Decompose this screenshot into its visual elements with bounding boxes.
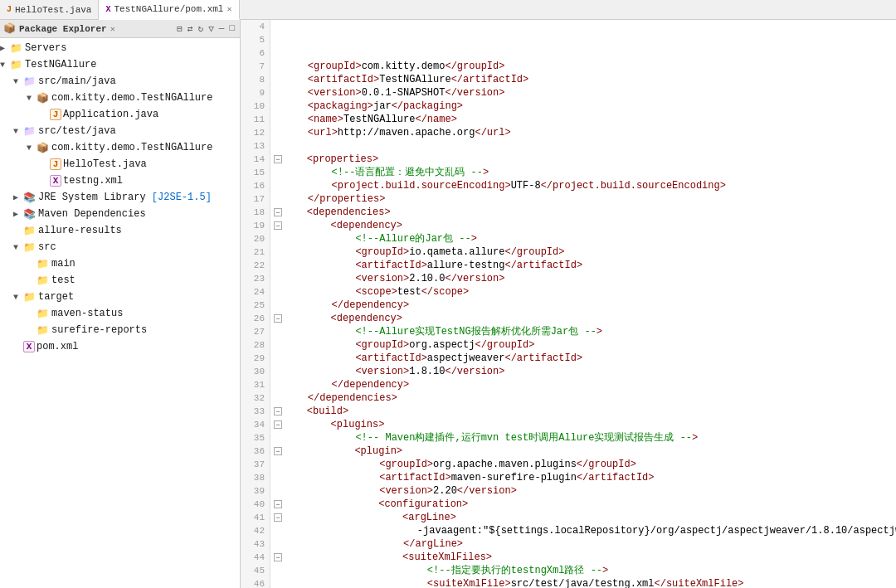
tree-label-testngallure: TestNGAllure bbox=[25, 59, 96, 70]
line-num-32: 32 bbox=[244, 391, 265, 405]
tree-label-testng-xml: testng.xml bbox=[63, 175, 123, 187]
tree-item-src-test-java[interactable]: ▼📁 src/test/java bbox=[0, 123, 240, 139]
code-text-36: <version>2.20</version> bbox=[284, 484, 517, 498]
fold-marker-41[interactable]: − bbox=[274, 553, 282, 561]
line-num-26: 26 bbox=[244, 312, 265, 325]
tree-label-pkg-main: com.kitty.demo.TestNGAllure bbox=[51, 92, 212, 104]
code-text-24: <!--Allure实现TestNG报告解析优化所需Jar包 --> bbox=[284, 325, 602, 338]
link-editor-icon[interactable]: ⇄ bbox=[186, 22, 195, 35]
tree-item-src-folder[interactable]: ▼📁 src bbox=[0, 239, 240, 255]
tree-arrow-src-test-java[interactable]: ▼ bbox=[13, 127, 23, 136]
view-menu-icon[interactable]: ▽ bbox=[207, 22, 216, 35]
code-text-39: -javaagent:"${settings.localRepository}/… bbox=[274, 524, 896, 537]
tree-arrow-src-main-java[interactable]: ▼ bbox=[13, 77, 23, 86]
tree-arrow-maven-deps[interactable]: ▶ bbox=[13, 209, 23, 219]
code-text-21: <scope>test</scope> bbox=[284, 285, 469, 299]
tree-arrow-servers[interactable]: ▶ bbox=[0, 43, 10, 53]
code-text-38: <argLine> bbox=[283, 511, 456, 524]
tree-container[interactable]: ▶📁 Servers▼📁 TestNGAllure▼📁 src/main/jav… bbox=[0, 38, 240, 588]
tree-item-src-main-java[interactable]: ▼📁 src/main/java bbox=[0, 73, 240, 90]
fold-marker-38[interactable]: − bbox=[274, 513, 282, 522]
line-num-25: 25 bbox=[244, 299, 265, 312]
fold-marker-23[interactable]: − bbox=[274, 314, 282, 323]
fold-marker-37[interactable]: − bbox=[274, 500, 282, 508]
code-text-35: <artifactId>maven-surefire-plugin</artif… bbox=[284, 471, 655, 484]
tree-item-pom-xml[interactable]: X pom.xml bbox=[0, 338, 240, 355]
panel-actions: ⊟ ⇄ ↻ ▽ — □ bbox=[175, 22, 236, 35]
minimize-icon[interactable]: — bbox=[217, 22, 226, 35]
code-line-38: − <argLine> bbox=[274, 511, 893, 524]
tree-label-src-folder: src bbox=[38, 241, 56, 253]
line-num-40: 40 bbox=[244, 498, 265, 511]
line-num-20: 20 bbox=[244, 232, 265, 245]
panel-title-close[interactable]: ✕ bbox=[110, 24, 115, 34]
code-line-5: <artifactId>TestNGAllure</artifactId> bbox=[274, 73, 893, 86]
tree-arrow-pkg-test[interactable]: ▼ bbox=[27, 143, 37, 153]
tree-item-test-folder[interactable]: 📁 test bbox=[0, 272, 240, 289]
tree-item-pkg-main[interactable]: ▼📦 com.kitty.demo.TestNGAllure bbox=[0, 90, 240, 106]
code-text-4: <groupId>com.kitty.demo</groupId> bbox=[284, 60, 504, 73]
tree-item-target-folder[interactable]: ▼📁 target bbox=[0, 289, 240, 305]
tree-item-servers[interactable]: ▶📁 Servers bbox=[0, 40, 240, 56]
package-explorer-panel: 📦 Package Explorer ✕ ⊟ ⇄ ↻ ▽ — □ ▶📁 Serv… bbox=[0, 20, 241, 588]
code-line-42: <!--指定要执行的testngXml路径 --> bbox=[274, 564, 893, 577]
code-text-30: <build> bbox=[283, 405, 348, 418]
code-text-42: <!--指定要执行的testngXml路径 --> bbox=[284, 564, 608, 577]
fold-marker-11[interactable]: − bbox=[274, 155, 282, 163]
line-num-24: 24 bbox=[244, 285, 265, 299]
line-num-43: 43 bbox=[244, 537, 265, 551]
code-content[interactable]: <groupId>com.kitty.demo</groupId> <artif… bbox=[270, 20, 896, 588]
tree-arrow-src-folder[interactable]: ▼ bbox=[13, 243, 23, 252]
fold-marker-30[interactable]: − bbox=[274, 407, 282, 415]
tree-icon-jre-lib: 📚 bbox=[23, 192, 37, 204]
code-text-37: <configuration> bbox=[283, 498, 468, 511]
tree-arrow-jre-lib[interactable]: ▶ bbox=[13, 192, 23, 202]
tree-arrow-testngallure[interactable]: ▼ bbox=[0, 61, 10, 70]
line-num-6: 6 bbox=[244, 46, 265, 60]
code-text-23: <dependency> bbox=[283, 312, 402, 325]
tab-pom[interactable]: XTestNGAllure/pom.xml ✕ bbox=[99, 0, 239, 20]
collapse-all-icon[interactable]: ⊟ bbox=[175, 22, 184, 35]
tree-arrow-pkg-main[interactable]: ▼ bbox=[27, 94, 37, 103]
tab-hello[interactable]: JHelloTest.java bbox=[0, 0, 99, 19]
code-line-15: − <dependencies> bbox=[274, 206, 893, 219]
tree-label-hellotest-java: HelloTest.java bbox=[63, 158, 147, 170]
tree-item-maven-deps[interactable]: ▶📚 Maven Dependencies bbox=[0, 206, 240, 222]
top-tab-bar: JHelloTest.javaXTestNGAllure/pom.xml ✕ bbox=[0, 0, 896, 20]
fold-marker-33[interactable]: − bbox=[274, 447, 282, 455]
package-icon: 📦 bbox=[3, 22, 16, 35]
tree-label-target-folder: target bbox=[38, 291, 74, 303]
tree-item-hellotest-java[interactable]: J HelloTest.java bbox=[0, 156, 240, 173]
sync-icon[interactable]: ↻ bbox=[197, 22, 206, 35]
code-text-22: </dependency> bbox=[284, 299, 409, 312]
tree-item-maven-status[interactable]: 📁 maven-status bbox=[0, 305, 240, 322]
tree-item-testngallure[interactable]: ▼📁 TestNGAllure bbox=[0, 56, 240, 73]
tree-item-pkg-test[interactable]: ▼📦 com.kitty.demo.TestNGAllure bbox=[0, 139, 240, 156]
fold-marker-31[interactable]: − bbox=[274, 420, 282, 429]
tree-item-main-folder[interactable]: 📁 main bbox=[0, 255, 240, 272]
tree-item-jre-lib[interactable]: ▶📚 JRE System Library [J2SE-1.5] bbox=[0, 189, 240, 206]
tree-icon-src-folder: 📁 bbox=[23, 241, 37, 254]
line-num-41: 41 bbox=[244, 511, 265, 524]
maximize-icon[interactable]: □ bbox=[227, 22, 236, 35]
code-line-9: <url>http://maven.apache.org</url> bbox=[274, 126, 893, 139]
code-line-14: </properties> bbox=[274, 192, 893, 206]
code-line-27: <version>1.8.10</version> bbox=[274, 365, 893, 378]
line-num-36: 36 bbox=[244, 445, 265, 458]
tree-item-allure-results[interactable]: 📁 allure-results bbox=[0, 222, 240, 239]
fold-marker-15[interactable]: − bbox=[274, 208, 282, 216]
tree-item-testng-xml[interactable]: X testng.xml bbox=[0, 173, 240, 189]
tab-close-pom[interactable]: ✕ bbox=[226, 4, 231, 14]
tree-arrow-target-folder[interactable]: ▼ bbox=[13, 293, 23, 302]
code-line-33: − <plugin> bbox=[274, 445, 893, 458]
code-text-18: <groupId>io.qameta.allure</groupId> bbox=[284, 245, 564, 259]
code-text-29: </dependencies> bbox=[284, 391, 397, 405]
tree-icon-target-folder: 📁 bbox=[23, 291, 37, 304]
line-num-28: 28 bbox=[244, 338, 265, 352]
tree-item-surefire-reports[interactable]: 📁 surefire-reports bbox=[0, 322, 240, 338]
line-num-15: 15 bbox=[244, 166, 265, 179]
code-line-19: <artifactId>allure-testng</artifactId> bbox=[274, 259, 893, 272]
tree-icon-test-folder: 📁 bbox=[37, 275, 50, 287]
tree-item-application-java[interactable]: J Application.java bbox=[0, 106, 240, 123]
fold-marker-16[interactable]: − bbox=[274, 221, 282, 230]
